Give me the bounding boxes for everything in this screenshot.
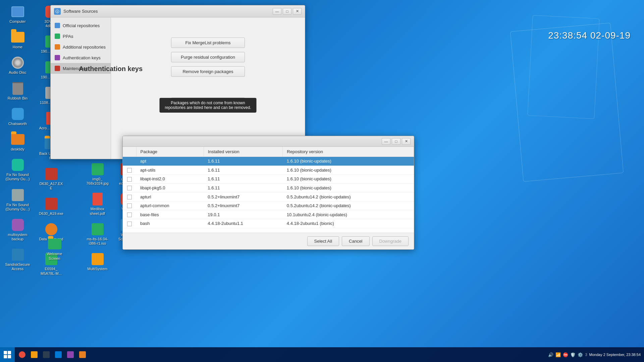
- desktop-icon-home[interactable]: Home: [3, 29, 32, 51]
- row-repository: 10.1ubuntu2.4 (bionic-updates): [283, 210, 414, 219]
- row-checkbox-cell: [123, 175, 136, 184]
- sidebar-item-official[interactable]: Official repositories: [51, 20, 111, 31]
- desktop-icon-img0[interactable]: img0_ 768x1024.jpg: [83, 161, 112, 187]
- tooltip-box: Packages which do not come from known re…: [160, 98, 257, 113]
- table-row[interactable]: apturl 0.5.2+linuxmint7 0.5.2ubuntu14.2 …: [123, 192, 414, 201]
- col-package-header[interactable]: Package: [136, 147, 204, 157]
- minimize-button[interactable]: —: [273, 8, 281, 15]
- desktop-icon-chatsworth[interactable]: desktidy: [3, 131, 32, 153]
- desktop-icon-welcome-screen[interactable]: Welcome Screen: [40, 236, 69, 262]
- taskbar-files[interactable]: [28, 349, 40, 361]
- cancel-button[interactable]: Cancel: [342, 236, 369, 246]
- pkg-minimize-button[interactable]: —: [382, 138, 390, 145]
- taskbar-app5[interactable]: [64, 349, 76, 361]
- desktop-icon-multisystem[interactable]: multisystem backup: [3, 217, 32, 243]
- row-repository: 0.5.2ubuntu14.2 (bionic-updates): [283, 192, 414, 201]
- app6-icon: [79, 351, 86, 358]
- desktop-icon-computer[interactable]: Computer: [3, 3, 32, 25]
- table-row[interactable]: base-files 19.0.1 10.1ubuntu2.4 (bionic-…: [123, 210, 414, 219]
- taskbar-datetime[interactable]: Monday 2 September, 23:38:54: [589, 352, 641, 357]
- fix-mergelist-button[interactable]: Fix MergeList problems: [171, 38, 245, 48]
- row-checkbox-cell: [123, 210, 136, 219]
- desktop-clock: 23:38:54 02-09-19: [548, 30, 631, 41]
- taskbar-vivaldi[interactable]: [16, 349, 28, 361]
- auth-keys-icon: [55, 55, 60, 60]
- pkg-window-controls: — □ ✕: [382, 138, 411, 145]
- desktop-icon-audio-disc[interactable]: Audio Disc: [3, 54, 32, 76]
- row-checkbox-cell: [123, 166, 136, 175]
- outlook-icon: [55, 351, 62, 358]
- desktop-icon-d630-a17[interactable]: D630_A17.EXE: [37, 166, 65, 192]
- row-checkbox[interactable]: [127, 222, 132, 226]
- start-button[interactable]: [0, 347, 15, 362]
- row-checkbox-cell: [123, 219, 136, 228]
- pkg-maximize-button[interactable]: □: [392, 138, 400, 145]
- desktop-icon-desktidy[interactable]: Fix No Sound (Dummy Ou...): [3, 157, 32, 183]
- software-sources-titlebar: S Software Sources — □ ✕: [51, 5, 305, 17]
- desktop-icon-medibox[interactable]: Medibox sheet.pdf: [83, 191, 112, 217]
- col-repository-header[interactable]: Repository version: [283, 147, 414, 157]
- desktop-icon-sandisk[interactable]: SandiskSecureAccess: [3, 246, 32, 273]
- sidebar-item-ppas[interactable]: PPAs: [51, 31, 111, 42]
- sources-sidebar: Official repositories PPAs Additional re…: [51, 17, 111, 159]
- desktop: Computer Home Audio Disc Rubbish Bin Cha…: [0, 0, 644, 362]
- table-row[interactable]: libapt-inst2.0 1.6.11 1.6.10 (bionic-upd…: [123, 175, 414, 184]
- row-package: apt-utils: [136, 166, 204, 175]
- table-row[interactable]: apturl-common 0.5.2+linuxmint7 0.5.2ubun…: [123, 201, 414, 210]
- notif-icon-shield1: ⛔: [563, 352, 568, 357]
- purge-residual-button[interactable]: Purge residual configuration: [171, 52, 245, 62]
- select-all-button[interactable]: Select All: [307, 236, 339, 246]
- row-checkbox[interactable]: [127, 177, 132, 182]
- row-package: libapt-pkg5.0: [136, 183, 204, 192]
- auth-keys-heading: Authentication keys: [79, 65, 143, 73]
- desktop-icon-brailleblaster[interactable]: Chatsworth: [3, 106, 32, 128]
- row-repository: 1.6.10 (bionic-updates): [283, 157, 414, 166]
- row-checkbox[interactable]: [127, 195, 132, 199]
- table-row[interactable]: libapt-pkg5.0 1.6.11 1.6.10 (bionic-upda…: [123, 183, 414, 192]
- table-row[interactable]: apt-utils 1.6.11 1.6.10 (bionic-updates): [123, 166, 414, 175]
- row-installed: 19.0.1: [204, 210, 283, 219]
- ppas-icon: [55, 34, 60, 39]
- svg-text:S: S: [57, 10, 58, 13]
- notif-icon-network: 📶: [555, 352, 561, 357]
- desktop-icon-multisystem2[interactable]: MultiSystem: [83, 251, 112, 273]
- row-checkbox[interactable]: [127, 203, 132, 208]
- taskbar-terminal[interactable]: [40, 349, 52, 361]
- taskbar-items: [15, 347, 545, 362]
- row-checkbox[interactable]: [127, 168, 132, 173]
- desktop-icon-ms-lts[interactable]: ms-lts-16.04-i386-r1.iso: [83, 221, 112, 247]
- sidebar-item-auth-keys[interactable]: Authentication keys: [51, 52, 111, 63]
- row-checkbox[interactable]: [127, 186, 132, 190]
- pkg-close-button[interactable]: ✕: [402, 138, 411, 145]
- app5-icon: [67, 351, 74, 358]
- row-checkbox-cell: [123, 201, 136, 210]
- notif-icon-shield2: 🛡️: [570, 352, 576, 357]
- windows-logo-icon: [4, 351, 11, 358]
- row-installed: 0.5.2+linuxmint7: [204, 192, 283, 201]
- table-row[interactable]: bash 4.4.18-2ubuntu1.1 4.4.18-2ubuntu1 (…: [123, 219, 414, 228]
- sidebar-item-additional[interactable]: Additional repositories: [51, 42, 111, 52]
- desktop-icon-d630-a19[interactable]: D630_A19.exe: [37, 195, 65, 218]
- row-checkbox[interactable]: [127, 159, 132, 164]
- files-icon: [31, 351, 38, 358]
- close-button[interactable]: ✕: [293, 8, 302, 15]
- maintenance-icon: [55, 66, 60, 71]
- package-table: Package Installed version Repository ver…: [123, 147, 414, 228]
- table-header-row: Package Installed version Repository ver…: [123, 147, 414, 157]
- software-sources-title: Software Sources: [63, 9, 270, 14]
- row-checkbox[interactable]: [127, 213, 132, 217]
- row-repository: 0.5.2ubuntu14.2 (bionic-updates): [283, 201, 414, 210]
- maximize-button[interactable]: □: [283, 8, 291, 15]
- taskbar-app6[interactable]: [76, 349, 89, 361]
- downgrade-button[interactable]: Downgrade: [372, 236, 409, 246]
- row-installed: 4.4.18-2ubuntu1.1: [204, 219, 283, 228]
- desktop-icon-rubbish-bin[interactable]: Rubbish Bin: [3, 80, 32, 102]
- col-installed-header[interactable]: Installed version: [204, 147, 283, 157]
- remove-foreign-button[interactable]: Remove foreign packages: [171, 66, 245, 77]
- row-installed: 1.6.11: [204, 183, 283, 192]
- taskbar-outlook[interactable]: [52, 349, 64, 361]
- table-row[interactable]: apt 1.6.11 1.6.10 (bionic-updates): [123, 157, 414, 166]
- row-package: bash: [136, 219, 204, 228]
- row-checkbox-cell: [123, 183, 136, 192]
- desktop-icon-fix-no-sound[interactable]: Fix No Sound (Dummy Ou...): [3, 187, 32, 213]
